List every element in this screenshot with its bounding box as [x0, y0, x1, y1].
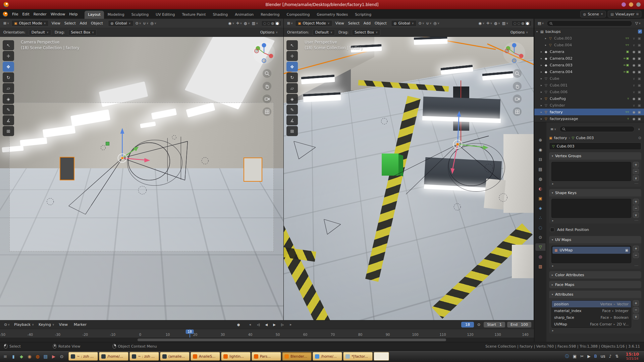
tab-object[interactable]: ▣ — [535, 195, 545, 202]
render-visibility-toggle[interactable]: ▣ — [637, 110, 642, 114]
outliner-item[interactable]: ▸ ▽ Cube.003 ▿▿ ∨ ▣ — [534, 35, 644, 42]
render-visibility-toggle[interactable]: ✓ — [638, 29, 642, 34]
unlink-scene-icon[interactable]: ✕ — [601, 12, 603, 16]
shading-rendered[interactable]: ● — [275, 21, 279, 25]
shading-wireframe[interactable]: ◌ — [263, 21, 266, 25]
tool-move[interactable]: ✥ — [3, 62, 14, 72]
snap-magnet-icon[interactable]: ∪∨ — [425, 20, 433, 26]
tab-particles[interactable]: ∴ — [535, 214, 545, 222]
object-visibility-icon[interactable]: ◉∨ — [478, 20, 485, 26]
workspace-tab[interactable]: Sculpting — [128, 11, 152, 19]
workspace-tab[interactable]: Modeling — [104, 11, 128, 19]
outliner-item[interactable]: ▸ ◆ Camera ▣ ◉ ▣ — [534, 48, 644, 55]
shading-solid[interactable]: ◌ — [267, 21, 270, 25]
tab-material[interactable]: ◎ — [535, 253, 545, 260]
tool-measure[interactable]: ∡ — [286, 115, 298, 125]
breadcrumb-data[interactable]: Cube.003 — [576, 136, 594, 140]
attribute-type[interactable]: Boolean — [613, 315, 629, 320]
app-menu[interactable]: Edit — [20, 11, 31, 17]
workspace-tab[interactable]: UV Editing — [152, 11, 178, 19]
render-visibility-toggle[interactable]: ▣ — [637, 97, 642, 101]
render-visibility-toggle[interactable]: ▣ — [637, 63, 642, 67]
uv-map-item[interactable]: ▦ UVMap ▣ — [552, 247, 630, 254]
taskbar-window-button[interactable]: /home/... — [313, 352, 342, 361]
color-attributes-panel-header[interactable]: ▸Color Attributes — [549, 271, 641, 279]
preview-range-button[interactable]: ⊙ — [476, 322, 482, 327]
workspace-tab[interactable]: Animation — [231, 11, 257, 19]
camera-view-button[interactable] — [513, 95, 522, 103]
expand-icon[interactable]: ▸ — [552, 264, 554, 267]
timeline-menu[interactable]: View — [57, 321, 71, 328]
mesh-name-field[interactable]: ▽ Cube.003 — [549, 142, 641, 150]
taskbar-window-button[interactable]: *[factor... — [343, 352, 373, 361]
xray-icon[interactable]: ▥∨ — [251, 20, 259, 26]
render-visibility-toggle[interactable]: ▣ — [637, 90, 642, 94]
keyboard-layout-indicator[interactable]: us — [601, 354, 605, 359]
jump-to-end-button[interactable]: » — [287, 322, 294, 328]
viewlayer-selector[interactable]: ▤ ViewLayer ⊞ — [608, 11, 641, 17]
viewport-canvas[interactable]: User Perspective (18) Scene Collection |… — [284, 37, 534, 320]
tray-volume-icon[interactable]: ♪ — [609, 354, 611, 359]
shape-keys-panel-header[interactable]: ▾Shape Keys — [549, 189, 641, 196]
vertex-groups-list[interactable] — [551, 162, 631, 181]
expand-icon[interactable]: ▸ — [552, 219, 554, 222]
vertex-groups-panel-header[interactable]: ▾Vertex Groups — [549, 152, 641, 160]
snap-magnet-icon[interactable]: ∪∨ — [142, 20, 150, 26]
outliner-item[interactable]: ▸ ◆ Camera.003 ∞▣ ◉ ▣ — [534, 62, 644, 68]
taskbar-window-button[interactable]: Blender... — [282, 352, 312, 361]
workspace-tab[interactable]: Scripting — [352, 11, 375, 19]
tray-network-icon[interactable]: ⇅ — [615, 354, 619, 359]
tool-annotate[interactable]: ✎ — [286, 105, 298, 115]
tab-render[interactable]: ◉ — [535, 146, 545, 154]
render-visibility-toggle[interactable]: ▣ — [637, 104, 642, 107]
expand-icon[interactable]: ▸ — [541, 57, 545, 60]
attribute-domain[interactable]: Vertex — [600, 302, 612, 306]
drag-dropdown[interactable]: Select Box∨ — [68, 29, 97, 36]
gizmos-icon[interactable]: ✛∨ — [235, 20, 243, 26]
tool-cursor[interactable]: ✛ — [3, 51, 14, 61]
launcher-terminal[interactable]: ▮ — [10, 352, 17, 360]
proportional-edit-icon[interactable]: ◎∨ — [150, 20, 157, 26]
add-rest-position-checkbox[interactable] — [550, 228, 554, 232]
viewport-menu[interactable]: View — [50, 20, 62, 26]
expand-icon[interactable]: ▸ — [541, 111, 545, 114]
expand-icon[interactable]: ▸ — [541, 84, 545, 87]
expand-icon[interactable]: ▸ — [545, 44, 549, 47]
remove-uv-map-button[interactable]: − — [633, 252, 639, 258]
timeline-ruler[interactable]: 18 -50-40-30-20-100102030405060708090100… — [0, 329, 534, 338]
add-attribute-button[interactable]: + — [633, 300, 639, 306]
navigation-gizmo[interactable] — [252, 41, 276, 65]
attribute-type[interactable]: Vector — [617, 302, 629, 306]
render-visibility-toggle[interactable]: ▣ — [637, 70, 642, 74]
panel-grip[interactable]: ···· — [635, 264, 638, 267]
shading-rendered[interactable]: ● — [525, 21, 530, 25]
overlays-icon[interactable]: ◍∨ — [243, 20, 251, 26]
orientation-dropdown[interactable]: Default∨ — [313, 29, 335, 36]
tab-scene[interactable]: ◍ — [535, 175, 545, 183]
position[interactable]: position Vertex ▸ Vector — [552, 301, 631, 307]
viewport-menu[interactable]: Object — [373, 20, 389, 26]
tab-constraints[interactable]: ⊙ — [535, 234, 545, 241]
viewport-menu[interactable]: Object — [89, 20, 105, 26]
timeline-menu[interactable]: Marker — [71, 321, 90, 328]
timeline-scrollbar[interactable] — [0, 338, 534, 342]
properties-editor-type-button[interactable]: ≡∨ — [549, 126, 557, 132]
viewport-menu[interactable]: Select — [346, 20, 362, 26]
tab-object-data[interactable]: ▽ — [535, 243, 545, 251]
editor-type-button[interactable]: ⊞∨ — [286, 20, 294, 26]
timeline-editor-type-button[interactable]: ⊙∨ — [3, 322, 11, 327]
add-uv-map-button[interactable]: + — [633, 246, 639, 251]
drag-dropdown[interactable]: Select Box∨ — [352, 29, 380, 36]
playhead[interactable]: 18 — [190, 329, 190, 338]
taskbar-window-button[interactable]: /home/... — [99, 352, 128, 361]
expand-icon[interactable]: ▸ — [541, 104, 545, 107]
gizmos-icon[interactable]: ✛∨ — [485, 20, 493, 26]
next-keyframe-button[interactable]: ▷ — [279, 322, 286, 328]
taskbar-window-button[interactable]: ~ : zsh ... — [129, 352, 159, 361]
launcher-editor[interactable]: ◆ — [18, 352, 25, 360]
expand-icon[interactable]: ▸ — [545, 37, 549, 40]
ortho-toggle-button[interactable] — [513, 107, 522, 116]
viewport-menu[interactable]: Add — [362, 20, 373, 26]
visibility-toggle[interactable]: ∨ — [631, 37, 637, 40]
UVMap[interactable]: UVMap Face Corner ▸ 2D V... — [552, 321, 631, 327]
